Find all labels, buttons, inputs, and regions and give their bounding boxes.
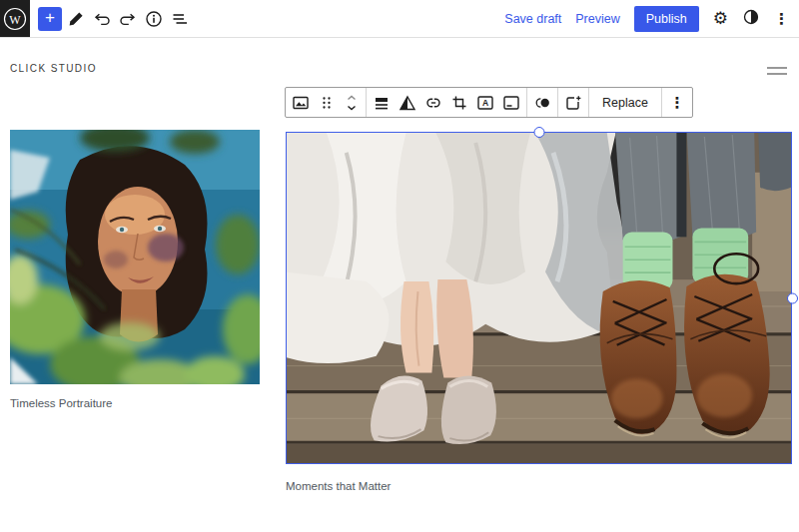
block-options-group: ⋮ — [661, 88, 692, 117]
block-mover[interactable] — [340, 89, 364, 117]
drag-handle-icon — [317, 93, 337, 113]
site-menu-button[interactable] — [767, 67, 787, 79]
block-meta-group — [286, 88, 366, 117]
wedding-shoes-photo[interactable] — [287, 133, 791, 463]
editor-topbar: W + — [0, 0, 799, 38]
list-view-button[interactable] — [168, 7, 192, 31]
settings-gear-icon[interactable]: ⚙ — [713, 10, 728, 27]
text-over-image-icon: A — [475, 93, 495, 113]
redo-icon — [118, 9, 138, 29]
menu-line — [767, 67, 787, 69]
move-down-icon — [344, 103, 360, 114]
publish-button[interactable]: Publish — [634, 6, 699, 32]
styles-button[interactable] — [742, 8, 760, 30]
duotone-filter-icon — [398, 93, 417, 113]
info-button[interactable] — [142, 7, 166, 31]
add-block-button[interactable]: + — [38, 7, 62, 31]
site-title[interactable]: CLICK STUDIO — [10, 63, 97, 74]
caption-icon — [501, 93, 521, 113]
expand-on-click-icon — [563, 93, 583, 113]
save-draft-button[interactable]: Save draft — [504, 12, 561, 26]
wordpress-icon: W — [2, 6, 28, 32]
menu-line — [767, 73, 787, 75]
replace-button[interactable]: Replace — [591, 96, 659, 110]
svg-text:W: W — [9, 12, 21, 26]
portrait-photo[interactable] — [10, 130, 260, 384]
replace-group: Replace — [588, 88, 661, 117]
link-icon — [423, 93, 443, 113]
info-icon — [144, 9, 164, 29]
options-menu-button[interactable]: ⋮ — [774, 10, 789, 28]
image-caption[interactable]: Moments that Matter — [286, 480, 792, 492]
crop-icon — [449, 93, 469, 113]
preview-button[interactable]: Preview — [575, 12, 619, 26]
resize-handle-right[interactable] — [787, 292, 798, 303]
editor-canvas: CLICK STUDIO — [0, 38, 799, 532]
undo-icon — [92, 9, 112, 29]
expand-on-click-button[interactable] — [560, 89, 586, 117]
selected-image-frame[interactable] — [286, 132, 792, 464]
duotone-button[interactable] — [529, 89, 555, 117]
expand-group — [557, 88, 588, 117]
link-button[interactable] — [420, 89, 446, 117]
wordpress-logo-button[interactable]: W — [0, 0, 30, 37]
text-over-image-button[interactable]: A — [472, 89, 498, 117]
block-tools-group: A — [366, 88, 526, 117]
drag-handle[interactable] — [314, 89, 340, 117]
duotone-filter-button[interactable] — [395, 89, 420, 117]
crop-button[interactable] — [446, 89, 472, 117]
image-block-portrait: Timeless Portraiture — [10, 130, 260, 409]
image-block-icon — [291, 93, 311, 113]
topbar-actions: Save draft Preview Publish ⚙ ⋮ — [504, 6, 799, 32]
duotone-group — [526, 88, 557, 117]
align-icon — [372, 93, 392, 113]
tools-button[interactable] — [64, 7, 88, 31]
image-block-type-button[interactable] — [288, 89, 314, 117]
image-block-toolbar: A — [285, 87, 693, 118]
redo-button[interactable] — [116, 7, 140, 31]
resize-handle-top[interactable] — [533, 127, 544, 138]
pencil-icon — [66, 9, 86, 29]
svg-text:A: A — [482, 98, 488, 108]
align-button[interactable] — [369, 89, 395, 117]
caption-button[interactable] — [498, 89, 524, 117]
styles-contrast-icon — [742, 8, 760, 26]
duotone-icon — [532, 93, 552, 113]
undo-button[interactable] — [90, 7, 114, 31]
editor-window: W + — [0, 0, 799, 532]
image-caption[interactable]: Timeless Portraiture — [10, 397, 260, 409]
image-block-wedding-shoes: Moments that Matter — [286, 132, 792, 492]
move-up-icon — [344, 92, 360, 103]
block-options-button[interactable]: ⋮ — [664, 89, 690, 117]
list-view-icon — [170, 9, 190, 29]
